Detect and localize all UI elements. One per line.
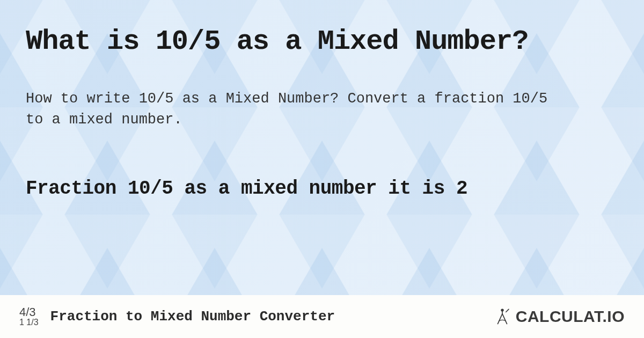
page-title: What is 10/5 as a Mixed Number? [26, 26, 618, 57]
fraction-icon: 4/3 1 1/3 [19, 306, 39, 327]
tool-name: Fraction to Mixed Number Converter [50, 308, 335, 325]
main-content: What is 10/5 as a Mixed Number? How to w… [0, 0, 644, 338]
brand: CALCULAT.IO [493, 307, 625, 326]
description-text: How to write 10/5 as a Mixed Number? Con… [26, 89, 573, 130]
compass-icon [493, 307, 511, 326]
fraction-icon-bottom: 1 1/3 [19, 318, 39, 327]
fraction-icon-top: 4/3 [19, 306, 36, 318]
brand-name: CALCULAT.IO [516, 307, 625, 326]
footer-bar: 4/3 1 1/3 Fraction to Mixed Number Conve… [0, 295, 644, 338]
svg-line-2 [506, 309, 509, 312]
svg-point-0 [501, 309, 503, 311]
answer-heading: Fraction 10/5 as a mixed number it is 2 [26, 178, 618, 200]
footer-left: 4/3 1 1/3 Fraction to Mixed Number Conve… [19, 306, 335, 327]
